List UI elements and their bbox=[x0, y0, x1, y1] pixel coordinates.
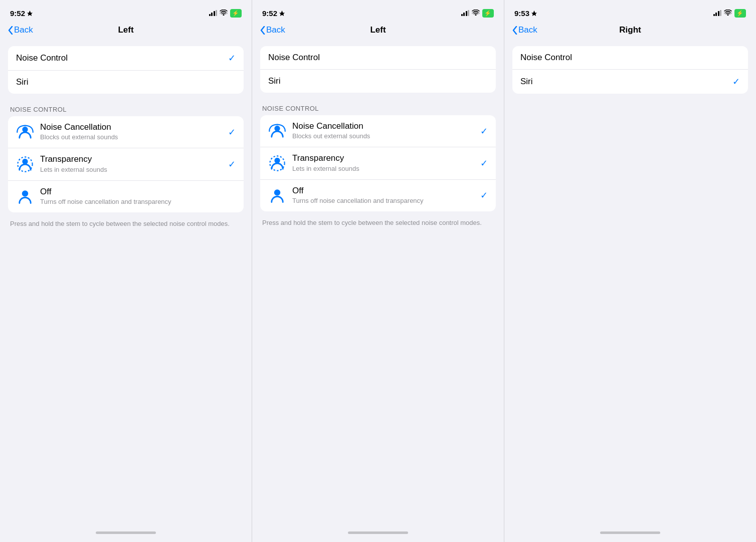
nav-bar: BackLeft bbox=[252, 22, 504, 42]
back-button[interactable]: Back bbox=[260, 25, 285, 35]
menu-row-siri[interactable]: Siri bbox=[8, 71, 244, 94]
noise-option-transparency[interactable]: TransparencyLets in external sounds✓ bbox=[8, 148, 244, 180]
hint-text: Press and hold the stem to cycle between… bbox=[260, 217, 496, 228]
content-area: Noise ControlSiri✓ bbox=[504, 42, 756, 526]
home-indicator bbox=[504, 526, 756, 542]
noise-option-text: TransparencyLets in external sounds bbox=[292, 153, 474, 173]
status-bar: 9:53 ⚡ bbox=[504, 0, 756, 22]
noise-option-anc[interactable]: Noise CancellationBlocks out external so… bbox=[260, 115, 496, 147]
nav-title: Left bbox=[370, 25, 386, 35]
battery-icon: ⚡ bbox=[230, 9, 242, 18]
menu-row-noise-control[interactable]: Noise Control bbox=[260, 46, 496, 70]
checkmark-icon: ✓ bbox=[480, 126, 488, 137]
home-bar bbox=[600, 531, 660, 534]
status-time: 9:53 bbox=[514, 9, 537, 18]
noise-option-title: Noise Cancellation bbox=[292, 121, 474, 131]
location-icon bbox=[27, 11, 33, 16]
menu-row-siri[interactable]: Siri bbox=[260, 70, 496, 93]
time-text: 9:53 bbox=[514, 9, 529, 18]
noise-option-subtitle: Lets in external sounds bbox=[40, 166, 222, 174]
status-time: 9:52 bbox=[10, 9, 33, 18]
noise-option-anc[interactable]: Noise CancellationBlocks out external so… bbox=[8, 116, 244, 148]
noise-option-subtitle: Blocks out external sounds bbox=[40, 133, 222, 142]
phone-panel-panel3: 9:53 ⚡ BackRightNoise ControlSiri✓ bbox=[504, 0, 756, 542]
checkmark-icon: ✓ bbox=[480, 158, 488, 169]
wifi-icon bbox=[724, 10, 732, 17]
back-label: Back bbox=[266, 25, 285, 35]
svg-point-0 bbox=[22, 126, 28, 132]
signal-icon bbox=[713, 10, 722, 16]
svg-point-4 bbox=[274, 125, 280, 131]
checkmark-icon: ✓ bbox=[228, 53, 236, 64]
transparency-icon bbox=[268, 154, 286, 172]
status-icons: ⚡ bbox=[209, 9, 242, 18]
nav-bar: BackLeft bbox=[0, 22, 252, 42]
noise-option-subtitle: Turns off noise cancellation and transpa… bbox=[40, 198, 236, 206]
location-icon bbox=[279, 11, 285, 16]
phone-panel-panel2: 9:52 ⚡ BackLeftNoise ControlSiriNOISE CO… bbox=[252, 0, 504, 542]
svg-point-1 bbox=[22, 159, 28, 164]
section-label: NOISE CONTROL bbox=[260, 105, 496, 115]
svg-point-5 bbox=[274, 158, 280, 163]
noise-option-title: Transparency bbox=[292, 153, 474, 163]
back-label: Back bbox=[518, 25, 537, 35]
status-icons: ⚡ bbox=[713, 9, 746, 18]
noise-option-subtitle: Turns off noise cancellation and transpa… bbox=[292, 197, 474, 205]
hint-text: Press and hold the stem to cycle between… bbox=[8, 218, 244, 229]
top-menu-card: Noise Control✓Siri bbox=[8, 46, 244, 94]
back-button[interactable]: Back bbox=[512, 25, 537, 35]
noise-option-off[interactable]: OffTurns off noise cancellation and tran… bbox=[260, 180, 496, 211]
menu-row-label: Noise Control bbox=[16, 53, 68, 63]
noise-option-off[interactable]: OffTurns off noise cancellation and tran… bbox=[8, 181, 244, 212]
home-bar bbox=[348, 531, 408, 534]
menu-row-label: Siri bbox=[520, 77, 533, 87]
menu-row-noise-control[interactable]: Noise Control✓ bbox=[8, 46, 244, 71]
home-indicator bbox=[0, 526, 252, 542]
menu-row-label: Siri bbox=[16, 77, 29, 87]
status-time: 9:52 bbox=[262, 9, 285, 18]
content-area: Noise Control✓SiriNOISE CONTROL Noise Ca… bbox=[0, 42, 252, 526]
noise-control-card: Noise CancellationBlocks out external so… bbox=[8, 116, 244, 212]
chevron-left-icon bbox=[260, 26, 265, 35]
off-icon bbox=[16, 187, 34, 205]
anc-icon bbox=[16, 123, 34, 141]
checkmark-icon: ✓ bbox=[732, 76, 740, 87]
noise-option-title: Off bbox=[292, 186, 474, 196]
noise-option-title: Noise Cancellation bbox=[40, 122, 222, 132]
section-label: NOISE CONTROL bbox=[8, 106, 244, 116]
noise-option-text: TransparencyLets in external sounds bbox=[40, 154, 222, 174]
status-bar: 9:52 ⚡ bbox=[0, 0, 252, 22]
svg-point-3 bbox=[22, 190, 28, 196]
noise-option-text: Noise CancellationBlocks out external so… bbox=[292, 121, 474, 141]
top-menu-card: Noise ControlSiri✓ bbox=[512, 46, 748, 94]
noise-option-title: Transparency bbox=[40, 154, 222, 164]
menu-row-noise-control[interactable]: Noise Control bbox=[512, 46, 748, 70]
battery-icon: ⚡ bbox=[734, 9, 746, 18]
location-icon bbox=[531, 11, 537, 16]
status-icons: ⚡ bbox=[461, 9, 494, 18]
back-button[interactable]: Back bbox=[8, 25, 33, 35]
noise-option-subtitle: Blocks out external sounds bbox=[292, 132, 474, 141]
checkmark-icon: ✓ bbox=[228, 159, 236, 170]
nav-title: Left bbox=[118, 25, 133, 35]
content-area: Noise ControlSiriNOISE CONTROL Noise Can… bbox=[252, 42, 504, 526]
checkmark-icon: ✓ bbox=[228, 127, 236, 138]
menu-row-label: Noise Control bbox=[520, 53, 572, 63]
wifi-icon bbox=[472, 10, 480, 17]
signal-icon bbox=[461, 10, 470, 16]
nav-bar: BackRight bbox=[504, 22, 756, 42]
home-bar bbox=[96, 531, 156, 534]
top-menu-card: Noise ControlSiri bbox=[260, 46, 496, 93]
menu-row-label: Siri bbox=[268, 76, 281, 86]
status-bar: 9:52 ⚡ bbox=[252, 0, 504, 22]
menu-row-label: Noise Control bbox=[268, 53, 320, 63]
back-label: Back bbox=[14, 25, 33, 35]
noise-option-text: OffTurns off noise cancellation and tran… bbox=[292, 186, 474, 205]
noise-option-text: Noise CancellationBlocks out external so… bbox=[40, 122, 222, 142]
noise-control-card: Noise CancellationBlocks out external so… bbox=[260, 115, 496, 211]
off-icon bbox=[268, 186, 286, 204]
menu-row-siri[interactable]: Siri✓ bbox=[512, 70, 748, 94]
time-text: 9:52 bbox=[262, 9, 277, 18]
noise-option-transparency[interactable]: TransparencyLets in external sounds✓ bbox=[260, 147, 496, 179]
noise-option-subtitle: Lets in external sounds bbox=[292, 165, 474, 173]
